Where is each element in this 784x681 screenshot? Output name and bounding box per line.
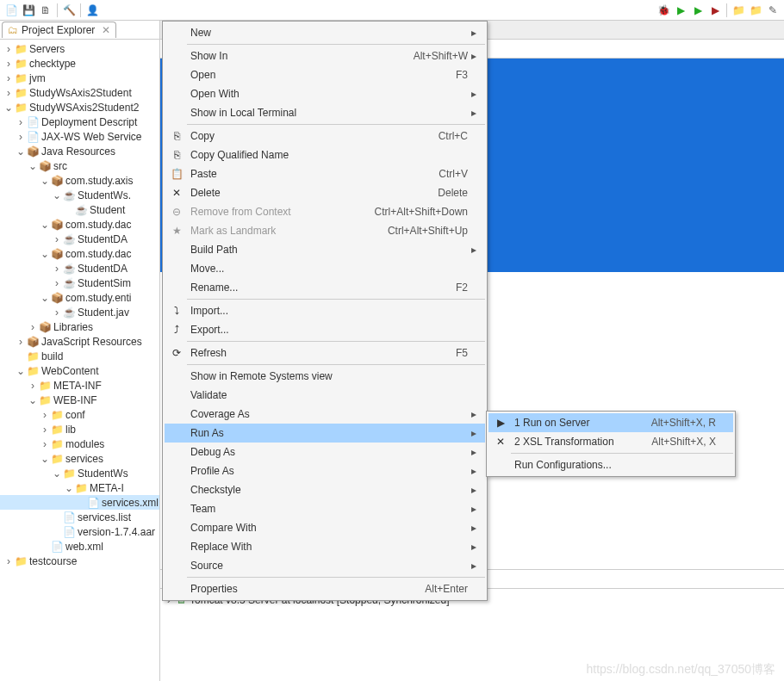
tree-item[interactable]: 📄version-1.7.4.aar bbox=[0, 524, 159, 539]
menu-item[interactable]: ⤵Import... bbox=[165, 301, 485, 320]
run-as-submenu[interactable]: ▶1 Run on ServerAlt+Shift+X, R✕2 XSL Tra… bbox=[486, 411, 736, 477]
tree-item[interactable]: ☕Student bbox=[0, 202, 159, 217]
tree-item[interactable]: ⌄📦Java Resources bbox=[0, 144, 159, 158]
tree-item[interactable]: 📄web.xml bbox=[0, 539, 159, 554]
tree-item[interactable]: ›📁modules bbox=[0, 436, 159, 451]
menu-item[interactable]: Debug As▸ bbox=[165, 443, 485, 461]
wand-icon[interactable]: ✎ bbox=[765, 3, 781, 18]
folder-icon[interactable]: 📁 bbox=[731, 3, 746, 18]
menu-item[interactable]: ⎘Copy Qualified Name bbox=[165, 145, 485, 164]
tree-twisty[interactable]: › bbox=[52, 233, 62, 245]
menu-item[interactable]: Show in Remote Systems view bbox=[165, 367, 485, 386]
menu-item[interactable]: Profile As▸ bbox=[165, 461, 485, 480]
tree-item[interactable]: ›📁conf bbox=[0, 407, 159, 422]
tree-item[interactable]: ⌄📦com.study.axis bbox=[0, 173, 159, 188]
tree-item[interactable]: ⌄📁WEB-INF bbox=[0, 393, 159, 407]
tree-twisty[interactable]: › bbox=[3, 555, 14, 567]
menu-item[interactable]: Validate bbox=[165, 386, 485, 405]
tree-twisty[interactable]: ⌄ bbox=[64, 482, 74, 494]
tree-twisty[interactable]: › bbox=[3, 72, 14, 84]
folder-icon[interactable]: 📁 bbox=[748, 3, 763, 18]
save-all-icon[interactable]: 🗎 bbox=[38, 3, 53, 18]
ext-run-icon[interactable]: ▶ bbox=[707, 3, 723, 18]
menu-item[interactable]: Compare With▸ bbox=[165, 518, 485, 537]
tree-twisty[interactable]: › bbox=[52, 277, 62, 289]
tree-twisty[interactable]: › bbox=[3, 87, 14, 99]
tree-item[interactable]: ›📄JAX-WS Web Service bbox=[0, 129, 159, 144]
menu-item[interactable]: Build Path▸ bbox=[165, 240, 485, 259]
build-icon[interactable]: 🔨 bbox=[61, 3, 77, 18]
tree-twisty[interactable]: › bbox=[28, 321, 38, 333]
tree-item[interactable]: ⌄📦src bbox=[0, 158, 159, 173]
tree-item[interactable]: ›📦JavaScript Resources bbox=[0, 334, 159, 349]
tree-item[interactable]: ›📁META-INF bbox=[0, 378, 159, 393]
menu-item[interactable]: ▶1 Run on ServerAlt+Shift+X, R bbox=[488, 413, 733, 432]
tree-twisty[interactable]: › bbox=[3, 58, 14, 70]
tree-twisty[interactable]: › bbox=[40, 438, 50, 450]
tree-twisty[interactable]: ⌄ bbox=[40, 219, 50, 231]
tree-item[interactable]: ›☕StudentDA bbox=[0, 261, 159, 275]
tree-item[interactable]: ⌄📁WebContent bbox=[0, 363, 159, 378]
tree-item[interactable]: 📁build bbox=[0, 349, 159, 363]
tree-item[interactable]: ›📁lib bbox=[0, 422, 159, 436]
save-icon[interactable]: 💾 bbox=[21, 3, 36, 18]
tree-twisty[interactable]: ⌄ bbox=[52, 189, 62, 201]
tree-twisty[interactable]: › bbox=[16, 336, 26, 348]
menu-item[interactable]: ✕DeleteDelete bbox=[165, 183, 485, 202]
tree-twisty[interactable]: › bbox=[28, 380, 38, 392]
run-icon[interactable]: ▶ bbox=[673, 3, 688, 18]
tree-twisty[interactable]: › bbox=[52, 306, 62, 319]
tree-twisty[interactable]: ⌄ bbox=[3, 102, 14, 114]
menu-item[interactable]: OpenF3 bbox=[165, 65, 485, 84]
tree-twisty[interactable]: › bbox=[16, 116, 26, 128]
tree-twisty[interactable]: › bbox=[40, 424, 50, 436]
menu-item[interactable]: Source▸ bbox=[165, 556, 485, 575]
menu-item[interactable]: ⎘CopyCtrl+C bbox=[165, 127, 485, 145]
tree-item[interactable]: 📄services.list bbox=[0, 510, 159, 524]
tree-item[interactable]: ⌄📦com.study.dac bbox=[0, 217, 159, 232]
tree-item[interactable]: ⌄📁META-I bbox=[0, 480, 159, 495]
tree-twisty[interactable]: › bbox=[52, 263, 62, 275]
tree-twisty[interactable]: ⌄ bbox=[52, 467, 62, 480]
menu-item[interactable]: Run As▸ bbox=[165, 424, 485, 443]
debug-icon[interactable]: 🐞 bbox=[656, 3, 671, 18]
tree-twisty[interactable]: › bbox=[3, 43, 14, 55]
project-tree[interactable]: ›📁Servers›📁checktype›📁jvm›📁StudyWsAxis2S… bbox=[0, 40, 159, 681]
tree-item[interactable]: ›☕StudentDA bbox=[0, 232, 159, 246]
menu-item[interactable]: Checkstyle▸ bbox=[165, 480, 485, 499]
tree-twisty[interactable]: ⌄ bbox=[16, 145, 26, 158]
menu-item[interactable]: 📋PasteCtrl+V bbox=[165, 164, 485, 183]
tree-item[interactable]: 📄services.xml bbox=[0, 495, 159, 510]
tree-twisty[interactable]: › bbox=[40, 409, 50, 421]
new-icon[interactable]: 📄 bbox=[3, 3, 19, 18]
user-icon[interactable]: 👤 bbox=[84, 3, 100, 18]
tree-twisty[interactable]: ⌄ bbox=[40, 248, 50, 260]
menu-item[interactable]: ⟳RefreshF5 bbox=[165, 344, 485, 362]
tree-twisty[interactable]: › bbox=[16, 131, 26, 143]
menu-item[interactable]: Replace With▸ bbox=[165, 537, 485, 556]
tree-twisty[interactable]: ⌄ bbox=[40, 175, 50, 187]
tree-item[interactable]: ›📁testcourse bbox=[0, 554, 159, 568]
tree-item[interactable]: ⌄☕StudentWs. bbox=[0, 188, 159, 202]
menu-item[interactable]: Move... bbox=[165, 259, 485, 278]
menu-item[interactable]: Rename...F2 bbox=[165, 278, 485, 297]
tree-item[interactable]: ⌄📁services bbox=[0, 451, 159, 466]
menu-item[interactable]: Show InAlt+Shift+W▸ bbox=[165, 46, 485, 65]
tree-item[interactable]: ⌄📦com.study.enti bbox=[0, 290, 159, 305]
tree-item[interactable]: ›📁jvm bbox=[0, 71, 159, 85]
tree-item[interactable]: ⌄📦com.study.dac bbox=[0, 246, 159, 261]
menu-item[interactable]: Run Configurations... bbox=[488, 455, 733, 474]
menu-item[interactable]: PropertiesAlt+Enter bbox=[165, 579, 485, 598]
tree-twisty[interactable]: ⌄ bbox=[16, 365, 26, 377]
menu-item[interactable]: ⤴Export... bbox=[165, 320, 485, 339]
tree-item[interactable]: ›📁Servers bbox=[0, 41, 159, 56]
menu-item[interactable]: New▸ bbox=[165, 23, 485, 42]
menu-item[interactable]: Coverage As▸ bbox=[165, 405, 485, 424]
tree-twisty[interactable]: ⌄ bbox=[28, 394, 38, 406]
tree-item[interactable]: ›☕Student.jav bbox=[0, 305, 159, 319]
menu-item[interactable]: Open With▸ bbox=[165, 84, 485, 103]
project-explorer-tab[interactable]: 🗂 Project Explorer ✕ bbox=[2, 22, 116, 38]
tree-item[interactable]: ›☕StudentSim bbox=[0, 275, 159, 290]
tree-twisty[interactable]: ⌄ bbox=[28, 160, 38, 172]
tree-twisty[interactable]: ⌄ bbox=[40, 292, 50, 304]
